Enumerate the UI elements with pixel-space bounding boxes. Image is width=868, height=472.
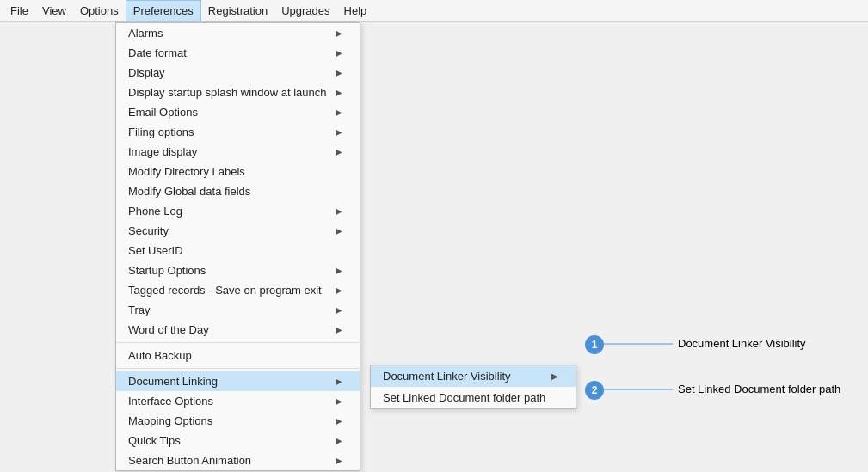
pref-interface-options[interactable]: Interface Options ▶ (116, 391, 360, 411)
pref-mapping[interactable]: Mapping Options ▶ (116, 411, 360, 431)
pref-date-format[interactable]: Date format ▶ (116, 43, 360, 63)
pref-alarms[interactable]: Alarms ▶ (116, 23, 360, 43)
arrow-icon: ▶ (336, 107, 342, 117)
callout-line-1 (604, 335, 690, 347)
arrow-icon: ▶ (336, 396, 342, 406)
pref-startup[interactable]: Startup Options ▶ (116, 261, 360, 280)
arrow-icon: ▶ (336, 436, 342, 445)
menu-registration[interactable]: Registration (201, 0, 274, 21)
pref-doc-linking[interactable]: Document Linking ▶ (116, 371, 360, 391)
separator (116, 342, 360, 343)
separator (116, 368, 360, 369)
pref-tray[interactable]: Tray ▶ (116, 300, 360, 320)
menu-view[interactable]: View (35, 0, 73, 21)
pref-tagged-records[interactable]: Tagged records - Save on program exit ▶ (116, 280, 360, 300)
arrow-icon: ▶ (336, 68, 342, 77)
callout-circle-1: 1 (585, 335, 604, 354)
arrow-icon: ▶ (336, 226, 342, 236)
pref-security[interactable]: Security ▶ (116, 221, 360, 241)
arrow-icon: ▶ (336, 48, 342, 58)
arrow-icon: ▶ (336, 377, 342, 386)
pref-auto-backup[interactable]: Auto Backup (116, 346, 360, 365)
pref-filing[interactable]: Filing options ▶ (116, 122, 360, 142)
doc-linking-submenu: Document Linker Visibility ▶ Set Linked … (370, 365, 576, 409)
callout-circle-2: 2 (585, 381, 604, 400)
arrow-icon: ▶ (336, 266, 342, 275)
menu-preferences[interactable]: Preferences (126, 0, 201, 21)
pref-userid[interactable]: Set UserID (116, 241, 360, 261)
arrow-icon: ▶ (336, 305, 342, 315)
pref-image[interactable]: Image display ▶ (116, 142, 360, 162)
menu-file[interactable]: File (3, 0, 35, 21)
pref-dir-labels[interactable]: Modify Directory Labels (116, 162, 360, 181)
arrow-icon: ▶ (336, 456, 342, 465)
preferences-dropdown: Alarms ▶ Date format ▶ Display ▶ Display… (115, 22, 360, 471)
arrow-icon: ▶ (336, 28, 342, 38)
menu-upgrades[interactable]: Upgrades (274, 0, 336, 21)
arrow-icon: ▶ (551, 371, 558, 381)
submenu-doc-linker-visibility[interactable]: Document Linker Visibility ▶ (371, 365, 576, 387)
pref-display[interactable]: Display ▶ (116, 63, 360, 83)
pref-global-fields[interactable]: Modify Global data fields (116, 181, 360, 201)
pref-splash[interactable]: Display startup splash window at launch … (116, 83, 360, 102)
submenu-set-folder-path[interactable]: Set Linked Document folder path (371, 387, 576, 408)
arrow-icon: ▶ (336, 285, 342, 295)
callout-line-2 (604, 381, 690, 393)
pref-quick-tips[interactable]: Quick Tips ▶ (116, 431, 360, 451)
arrow-icon: ▶ (336, 147, 342, 156)
arrow-icon: ▶ (336, 88, 342, 97)
arrow-icon: ▶ (336, 206, 342, 216)
callout-label-1: Document Linker Visibility (678, 337, 806, 350)
pref-phone-log[interactable]: Phone Log ▶ (116, 201, 360, 221)
pref-word-of-day[interactable]: Word of the Day ▶ (116, 320, 360, 340)
arrow-icon: ▶ (336, 325, 342, 334)
pref-email[interactable]: Email Options ▶ (116, 102, 360, 122)
menu-help[interactable]: Help (337, 0, 374, 21)
pref-search-btn-anim[interactable]: Search Button Animation ▶ (116, 451, 360, 470)
menubar: File View Options Preferences Registrati… (0, 0, 868, 22)
callout-label-2: Set Linked Document folder path (678, 383, 840, 395)
arrow-icon: ▶ (336, 127, 342, 137)
menu-options[interactable]: Options (73, 0, 126, 21)
arrow-icon: ▶ (336, 416, 342, 426)
